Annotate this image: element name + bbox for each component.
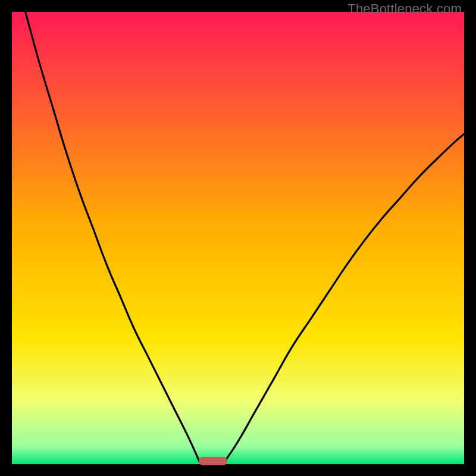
watermark-label: TheBottleneck.com bbox=[347, 1, 462, 17]
bottleneck-curve-plot bbox=[12, 12, 464, 464]
optimal-point-marker bbox=[199, 457, 227, 465]
chart-frame bbox=[12, 12, 464, 464]
